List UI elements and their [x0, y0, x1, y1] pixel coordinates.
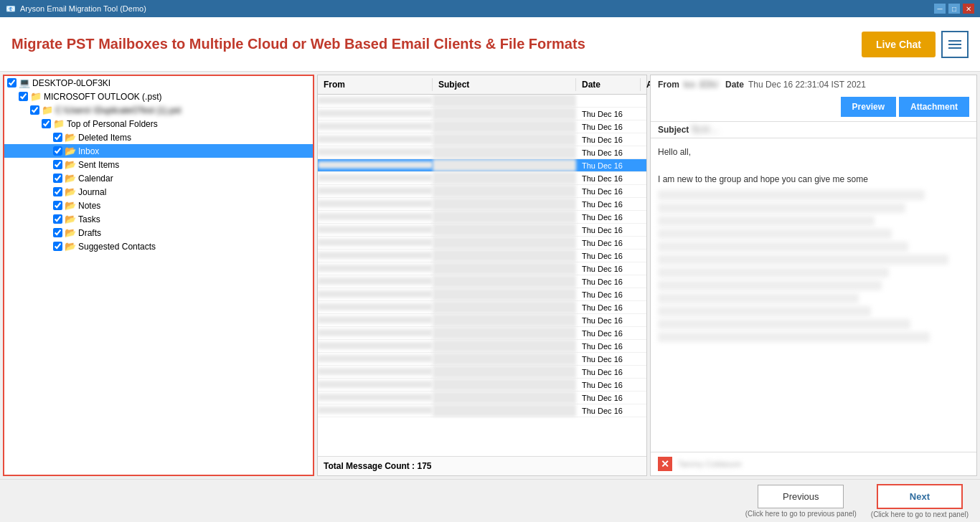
email-row-21[interactable]: Thu Dec 16 — [318, 366, 646, 379]
tree-checkbox-0[interactable] — [7, 78, 17, 87]
email-row-20[interactable]: Thu Dec 16 — [318, 353, 646, 366]
email-date-9: Thu Dec 16 — [576, 211, 641, 223]
email-row-0[interactable] — [318, 95, 646, 108]
email-subject-5 — [433, 159, 576, 171]
tree-item-notes[interactable]: 📂Notes — [4, 199, 313, 212]
next-button[interactable]: Next — [877, 484, 963, 509]
blurred-body-line-9 — [658, 306, 871, 316]
email-attachment-22 — [641, 379, 646, 391]
tree-checkbox-9[interactable] — [53, 201, 62, 210]
minimize-button[interactable]: ─ — [934, 4, 946, 14]
email-date-15: Thu Dec 16 — [576, 288, 641, 300]
from-field: From tco .EDU — [658, 80, 718, 90]
live-chat-button[interactable]: Live Chat — [862, 32, 936, 57]
email-from-8 — [318, 200, 433, 207]
tree-item-top-of-personal-folders[interactable]: 📁Top of Personal Folders — [4, 117, 313, 130]
tree-checkbox-8[interactable] — [53, 187, 62, 196]
email-row-1[interactable]: Thu Dec 16 — [318, 108, 646, 120]
email-row-10[interactable]: Thu Dec 16 — [318, 224, 646, 237]
email-row-15[interactable]: Thu Dec 16📎 — [318, 288, 646, 301]
email-row-6[interactable]: Thu Dec 16 — [318, 172, 646, 185]
email-from-14 — [318, 277, 433, 285]
email-row-23[interactable]: Thu Dec 16 — [318, 392, 646, 404]
tree-checkbox-4[interactable] — [53, 133, 62, 142]
email-subject-23 — [433, 392, 576, 404]
tree-checkbox-10[interactable] — [53, 214, 62, 224]
email-row-11[interactable]: Thu Dec 16📎 — [318, 237, 646, 250]
email-row-24[interactable]: Thu Dec 16📎 — [318, 404, 646, 417]
email-attachment-1 — [641, 108, 646, 120]
menu-icon-line2 — [948, 44, 961, 45]
next-nav-group: Next (Click here to go to next panel) — [871, 484, 969, 518]
email-from-3 — [318, 136, 433, 143]
email-row-5[interactable]: Thu Dec 16📎 — [318, 159, 646, 172]
email-attachment-16 — [641, 301, 646, 313]
maximize-button[interactable]: □ — [948, 4, 960, 14]
menu-button[interactable] — [941, 31, 969, 58]
folder-icon-1: 📁 — [30, 91, 42, 102]
tree-item-deleted-items[interactable]: 📂Deleted Items — [4, 130, 313, 144]
email-row-7[interactable]: Thu Dec 16 — [318, 185, 646, 198]
email-from-16 — [318, 303, 433, 310]
email-row-16[interactable]: Thu Dec 16 — [318, 301, 646, 314]
email-subject-24 — [433, 404, 576, 417]
blurred-body-line-11 — [658, 332, 930, 342]
email-from-13 — [318, 265, 433, 272]
body-line1: I am new to the group and hope you can g… — [658, 173, 969, 186]
email-subject-10 — [433, 224, 576, 236]
tree-item-microsoft-outlook---pst-[interactable]: 📁MICROSOFT OUTLOOK (.pst) — [4, 90, 313, 103]
column-date: Date — [576, 78, 641, 91]
email-list-body: Thu Dec 16 Thu Dec 16 Thu Dec 16 Thu Dec… — [318, 95, 646, 456]
attachment-tab-button[interactable]: Attachment — [899, 97, 969, 117]
email-row-4[interactable]: Thu Dec 16 — [318, 146, 646, 159]
tree-checkbox-3[interactable] — [42, 119, 51, 128]
email-date-1: Thu Dec 16 — [576, 108, 641, 120]
tree-checkbox-7[interactable] — [53, 174, 62, 183]
tree-item-tasks[interactable]: 📂Tasks — [4, 212, 313, 226]
tree-item-inbox[interactable]: 📂Inbox — [4, 144, 313, 158]
email-attachment-0 — [641, 95, 646, 107]
tree-item-journal[interactable]: 📂Journal — [4, 185, 313, 199]
tree-label-12: Suggested Contacts — [78, 242, 156, 252]
tree-item-desktop-0lof3ki[interactable]: 💻DESKTOP-0LOF3KI — [4, 76, 313, 90]
email-row-18[interactable]: Thu Dec 16📎 — [318, 327, 646, 340]
tree-checkbox-5[interactable] — [53, 146, 62, 156]
close-button[interactable]: ✕ — [963, 4, 974, 14]
email-row-8[interactable]: Thu Dec 16 — [318, 198, 646, 211]
tree-checkbox-2[interactable] — [30, 105, 39, 115]
email-row-22[interactable]: Thu Dec 16 — [318, 379, 646, 392]
tree-checkbox-1[interactable] — [19, 92, 28, 101]
email-row-13[interactable]: Thu Dec 16📎 — [318, 262, 646, 275]
tree-checkbox-6[interactable] — [53, 160, 62, 169]
email-date-20: Thu Dec 16 — [576, 353, 641, 365]
folder-icon-6: 📂 — [65, 159, 76, 170]
email-row-17[interactable]: Thu Dec 16 — [318, 314, 646, 327]
tree-checkbox-11[interactable] — [53, 228, 62, 237]
tree-item-calendar[interactable]: 📂Calendar — [4, 171, 313, 185]
title-bar: 📧 Aryson Email Migration Tool (Demo) ─ □… — [0, 0, 980, 17]
folder-icon-10: 📂 — [65, 214, 76, 224]
email-row-9[interactable]: Thu Dec 16 — [318, 211, 646, 224]
email-attachment-10 — [641, 224, 646, 236]
email-from-19 — [318, 342, 433, 349]
preview-tab-button[interactable]: Preview — [841, 97, 896, 117]
tree-checkbox-12[interactable] — [53, 242, 62, 251]
tree-label-2: C:\Users\ \DuplicateOTest (1).pst — [55, 105, 181, 115]
email-row-12[interactable]: Thu Dec 16 — [318, 250, 646, 262]
email-row-2[interactable]: Thu Dec 16 — [318, 120, 646, 133]
tree-item-sent-items[interactable]: 📂Sent Items — [4, 158, 313, 171]
close-preview-button[interactable]: ✕ — [658, 457, 672, 471]
preview-header: From tco .EDU Date Thu Dec 16 22:31:04 I… — [651, 75, 976, 122]
email-row-14[interactable]: Thu Dec 16📎 — [318, 275, 646, 288]
tree-item-drafts[interactable]: 📂Drafts — [4, 226, 313, 239]
email-row-19[interactable]: Thu Dec 16 — [318, 340, 646, 353]
blurred-body-line-2 — [658, 216, 875, 226]
blurred-body-line-0 — [658, 190, 925, 200]
tree-item-c--users-----------duplicateotest--1--pst[interactable]: 📁C:\Users\ \DuplicateOTest (1).pst — [4, 103, 313, 117]
tree-label-11: Drafts — [78, 228, 101, 238]
app-title: Aryson Email Migration Tool (Demo) — [20, 4, 146, 13]
tree-item-suggested-contacts[interactable]: 📂Suggested Contacts — [4, 239, 313, 253]
email-row-3[interactable]: Thu Dec 16 — [318, 133, 646, 146]
greeting-text: Hello all, — [658, 146, 969, 159]
previous-button[interactable]: Previous — [758, 485, 844, 508]
